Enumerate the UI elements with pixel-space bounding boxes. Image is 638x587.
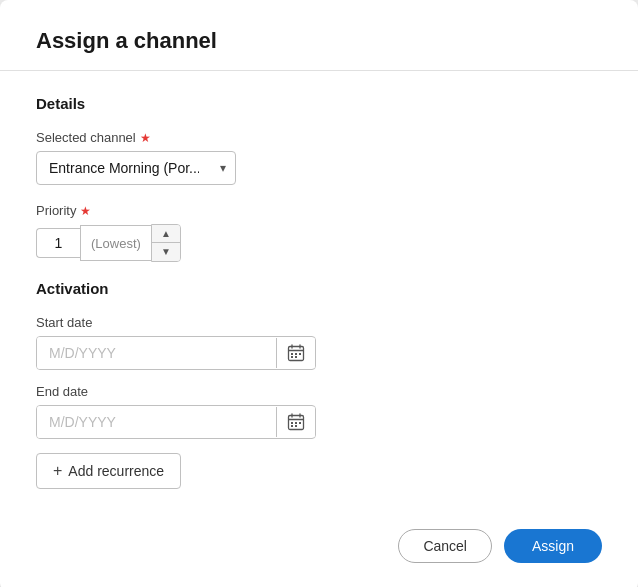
activation-section-title: Activation [36,280,602,297]
end-date-calendar-button[interactable] [276,407,315,437]
priority-input[interactable] [36,228,80,258]
channel-select[interactable]: Entrance Morning (Por... [36,151,236,185]
end-date-label: End date [36,384,602,399]
priority-up-button[interactable]: ▲ [152,225,180,243]
start-date-label: Start date [36,315,602,330]
end-date-input[interactable] [37,406,276,438]
start-date-field-group: Start date [36,315,602,370]
channel-select-wrapper: Entrance Morning (Por... ▾ [36,151,236,185]
modal-header: Assign a channel [0,0,638,71]
plus-icon: + [53,462,62,480]
svg-rect-6 [299,353,301,355]
priority-wrapper: (Lowest) ▲ ▼ [36,224,602,262]
end-date-field-group: End date [36,384,602,439]
start-date-input-wrapper [36,336,316,370]
svg-rect-16 [291,425,293,427]
modal-title: Assign a channel [36,28,602,54]
start-date-calendar-button[interactable] [276,338,315,368]
svg-rect-13 [291,422,293,424]
assign-channel-modal: Assign a channel Details Selected channe… [0,0,638,587]
modal-footer: Cancel Assign [0,513,638,587]
priority-field-label: Priority ★ [36,203,602,218]
svg-rect-8 [295,356,297,358]
details-section-title: Details [36,95,602,112]
calendar-icon [287,413,305,431]
priority-down-button[interactable]: ▼ [152,243,180,261]
channel-field-label: Selected channel ★ [36,130,602,145]
end-date-input-wrapper [36,405,316,439]
channel-field-group: Selected channel ★ Entrance Morning (Por… [36,130,602,185]
priority-field-group: Priority ★ (Lowest) ▲ ▼ [36,203,602,262]
svg-rect-15 [299,422,301,424]
modal-body: Details Selected channel ★ Entrance Morn… [0,71,638,513]
priority-hint: (Lowest) [80,225,151,261]
svg-rect-5 [295,353,297,355]
details-section: Details Selected channel ★ Entrance Morn… [36,95,602,262]
add-recurrence-button[interactable]: + Add recurrence [36,453,181,489]
calendar-icon [287,344,305,362]
svg-rect-14 [295,422,297,424]
start-date-input[interactable] [37,337,276,369]
add-recurrence-label: Add recurrence [68,463,164,479]
priority-spinners: ▲ ▼ [151,224,181,262]
channel-required-star: ★ [140,131,151,145]
assign-button[interactable]: Assign [504,529,602,563]
priority-required-star: ★ [80,204,91,218]
svg-rect-17 [295,425,297,427]
svg-rect-4 [291,353,293,355]
activation-section: Activation Start date [36,280,602,489]
svg-rect-7 [291,356,293,358]
cancel-button[interactable]: Cancel [398,529,492,563]
